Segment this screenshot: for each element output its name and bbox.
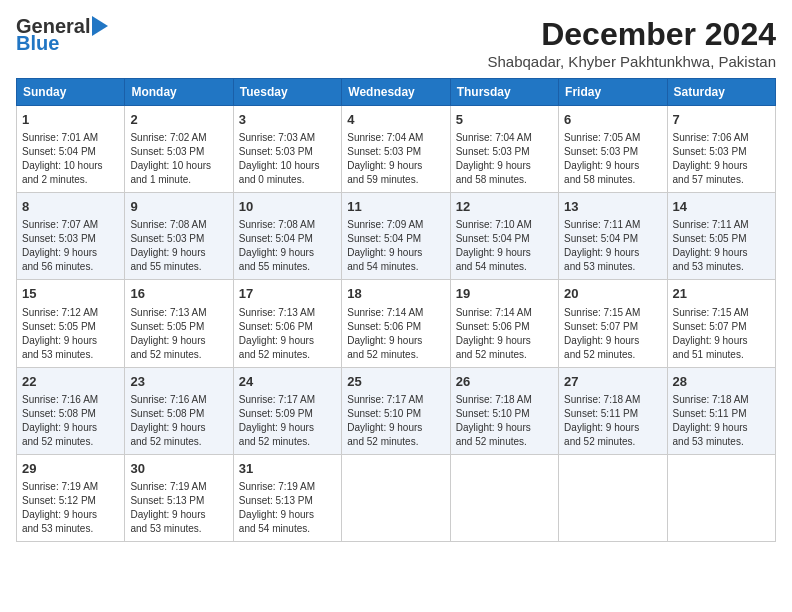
calendar-cell: 18Sunrise: 7:14 AM Sunset: 5:06 PM Dayli… [342,280,450,367]
page-subtitle: Shabqadar, Khyber Pakhtunkhwa, Pakistan [487,53,776,70]
logo-blue: Blue [16,32,59,55]
day-number: 17 [239,285,336,303]
day-number: 1 [22,111,119,129]
day-number: 13 [564,198,661,216]
day-number: 22 [22,373,119,391]
calendar-week-3: 15Sunrise: 7:12 AM Sunset: 5:05 PM Dayli… [17,280,776,367]
calendar-cell: 2Sunrise: 7:02 AM Sunset: 5:03 PM Daylig… [125,106,233,193]
calendar-cell: 17Sunrise: 7:13 AM Sunset: 5:06 PM Dayli… [233,280,341,367]
day-info: Sunrise: 7:02 AM Sunset: 5:03 PM Dayligh… [130,131,227,187]
day-number: 19 [456,285,553,303]
day-info: Sunrise: 7:18 AM Sunset: 5:11 PM Dayligh… [673,393,770,449]
calendar-cell: 3Sunrise: 7:03 AM Sunset: 5:03 PM Daylig… [233,106,341,193]
day-number: 18 [347,285,444,303]
calendar-week-2: 8Sunrise: 7:07 AM Sunset: 5:03 PM Daylig… [17,193,776,280]
day-info: Sunrise: 7:01 AM Sunset: 5:04 PM Dayligh… [22,131,119,187]
day-header-tuesday: Tuesday [233,79,341,106]
day-info: Sunrise: 7:09 AM Sunset: 5:04 PM Dayligh… [347,218,444,274]
day-info: Sunrise: 7:08 AM Sunset: 5:03 PM Dayligh… [130,218,227,274]
day-number: 3 [239,111,336,129]
calendar-cell: 5Sunrise: 7:04 AM Sunset: 5:03 PM Daylig… [450,106,558,193]
day-number: 30 [130,460,227,478]
calendar-cell: 21Sunrise: 7:15 AM Sunset: 5:07 PM Dayli… [667,280,775,367]
day-info: Sunrise: 7:13 AM Sunset: 5:05 PM Dayligh… [130,306,227,362]
day-header-thursday: Thursday [450,79,558,106]
day-info: Sunrise: 7:10 AM Sunset: 5:04 PM Dayligh… [456,218,553,274]
calendar-cell: 29Sunrise: 7:19 AM Sunset: 5:12 PM Dayli… [17,454,125,541]
day-info: Sunrise: 7:18 AM Sunset: 5:10 PM Dayligh… [456,393,553,449]
calendar-week-5: 29Sunrise: 7:19 AM Sunset: 5:12 PM Dayli… [17,454,776,541]
day-info: Sunrise: 7:15 AM Sunset: 5:07 PM Dayligh… [564,306,661,362]
day-number: 29 [22,460,119,478]
calendar-cell: 10Sunrise: 7:08 AM Sunset: 5:04 PM Dayli… [233,193,341,280]
calendar-cell: 24Sunrise: 7:17 AM Sunset: 5:09 PM Dayli… [233,367,341,454]
day-header-sunday: Sunday [17,79,125,106]
day-info: Sunrise: 7:11 AM Sunset: 5:04 PM Dayligh… [564,218,661,274]
calendar-cell: 6Sunrise: 7:05 AM Sunset: 5:03 PM Daylig… [559,106,667,193]
day-number: 25 [347,373,444,391]
page-title: December 2024 [487,16,776,53]
day-info: Sunrise: 7:14 AM Sunset: 5:06 PM Dayligh… [347,306,444,362]
day-number: 4 [347,111,444,129]
day-header-wednesday: Wednesday [342,79,450,106]
day-info: Sunrise: 7:18 AM Sunset: 5:11 PM Dayligh… [564,393,661,449]
day-info: Sunrise: 7:04 AM Sunset: 5:03 PM Dayligh… [347,131,444,187]
logo: General Blue [16,16,108,55]
calendar-cell: 13Sunrise: 7:11 AM Sunset: 5:04 PM Dayli… [559,193,667,280]
calendar-cell: 7Sunrise: 7:06 AM Sunset: 5:03 PM Daylig… [667,106,775,193]
day-info: Sunrise: 7:17 AM Sunset: 5:09 PM Dayligh… [239,393,336,449]
day-number: 24 [239,373,336,391]
day-number: 14 [673,198,770,216]
day-number: 28 [673,373,770,391]
day-number: 10 [239,198,336,216]
day-info: Sunrise: 7:08 AM Sunset: 5:04 PM Dayligh… [239,218,336,274]
day-number: 9 [130,198,227,216]
calendar-cell: 30Sunrise: 7:19 AM Sunset: 5:13 PM Dayli… [125,454,233,541]
calendar-table: SundayMondayTuesdayWednesdayThursdayFrid… [16,78,776,542]
calendar-cell: 1Sunrise: 7:01 AM Sunset: 5:04 PM Daylig… [17,106,125,193]
day-number: 23 [130,373,227,391]
day-number: 16 [130,285,227,303]
calendar-cell: 11Sunrise: 7:09 AM Sunset: 5:04 PM Dayli… [342,193,450,280]
day-info: Sunrise: 7:17 AM Sunset: 5:10 PM Dayligh… [347,393,444,449]
page-header: General Blue December 2024 Shabqadar, Kh… [16,16,776,70]
day-number: 26 [456,373,553,391]
calendar-cell: 4Sunrise: 7:04 AM Sunset: 5:03 PM Daylig… [342,106,450,193]
day-header-friday: Friday [559,79,667,106]
logo-arrow-icon [92,16,108,36]
day-number: 21 [673,285,770,303]
day-number: 27 [564,373,661,391]
day-info: Sunrise: 7:19 AM Sunset: 5:12 PM Dayligh… [22,480,119,536]
calendar-cell: 28Sunrise: 7:18 AM Sunset: 5:11 PM Dayli… [667,367,775,454]
calendar-cell: 20Sunrise: 7:15 AM Sunset: 5:07 PM Dayli… [559,280,667,367]
calendar-cell: 27Sunrise: 7:18 AM Sunset: 5:11 PM Dayli… [559,367,667,454]
day-info: Sunrise: 7:04 AM Sunset: 5:03 PM Dayligh… [456,131,553,187]
calendar-cell: 15Sunrise: 7:12 AM Sunset: 5:05 PM Dayli… [17,280,125,367]
calendar-cell: 26Sunrise: 7:18 AM Sunset: 5:10 PM Dayli… [450,367,558,454]
calendar-cell: 31Sunrise: 7:19 AM Sunset: 5:13 PM Dayli… [233,454,341,541]
day-number: 11 [347,198,444,216]
day-number: 7 [673,111,770,129]
calendar-cell [450,454,558,541]
calendar-week-1: 1Sunrise: 7:01 AM Sunset: 5:04 PM Daylig… [17,106,776,193]
day-number: 2 [130,111,227,129]
calendar-cell: 22Sunrise: 7:16 AM Sunset: 5:08 PM Dayli… [17,367,125,454]
day-info: Sunrise: 7:05 AM Sunset: 5:03 PM Dayligh… [564,131,661,187]
day-info: Sunrise: 7:03 AM Sunset: 5:03 PM Dayligh… [239,131,336,187]
day-info: Sunrise: 7:16 AM Sunset: 5:08 PM Dayligh… [130,393,227,449]
day-info: Sunrise: 7:13 AM Sunset: 5:06 PM Dayligh… [239,306,336,362]
calendar-cell: 16Sunrise: 7:13 AM Sunset: 5:05 PM Dayli… [125,280,233,367]
day-number: 5 [456,111,553,129]
calendar-cell: 19Sunrise: 7:14 AM Sunset: 5:06 PM Dayli… [450,280,558,367]
calendar-cell [342,454,450,541]
calendar-cell: 23Sunrise: 7:16 AM Sunset: 5:08 PM Dayli… [125,367,233,454]
day-info: Sunrise: 7:11 AM Sunset: 5:05 PM Dayligh… [673,218,770,274]
day-info: Sunrise: 7:16 AM Sunset: 5:08 PM Dayligh… [22,393,119,449]
day-info: Sunrise: 7:12 AM Sunset: 5:05 PM Dayligh… [22,306,119,362]
day-number: 31 [239,460,336,478]
calendar-week-4: 22Sunrise: 7:16 AM Sunset: 5:08 PM Dayli… [17,367,776,454]
day-info: Sunrise: 7:19 AM Sunset: 5:13 PM Dayligh… [239,480,336,536]
day-number: 6 [564,111,661,129]
day-number: 12 [456,198,553,216]
calendar-cell [667,454,775,541]
